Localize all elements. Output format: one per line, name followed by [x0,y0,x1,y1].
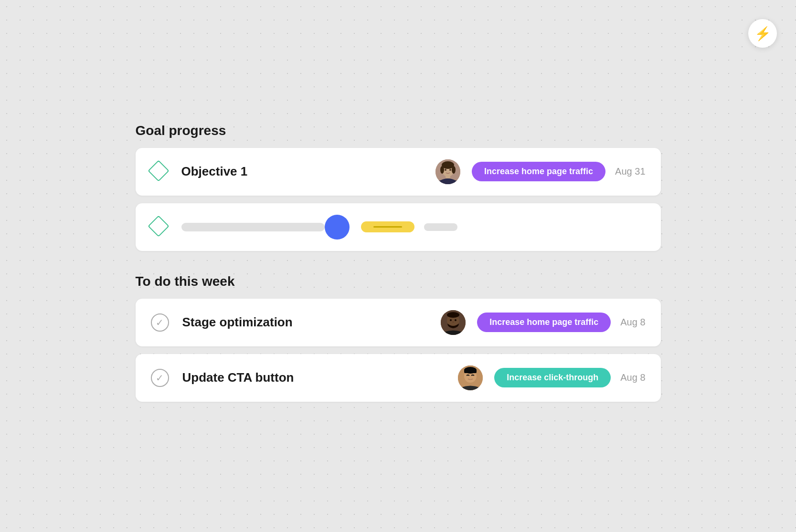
task-2-title: Update CTA button [182,370,458,385]
svg-point-14 [453,322,454,323]
tag-objective-1[interactable]: Increase home page traffic [472,162,605,181]
svg-point-6 [445,169,446,171]
svg-point-13 [455,319,456,321]
objective-2-card[interactable] [136,203,661,251]
tag-task-2[interactable]: Increase click-through [494,368,611,387]
avatar-male-asian [458,365,483,390]
goal-progress-title: Goal progress [136,123,661,138]
svg-point-5 [452,166,456,174]
date-task-1: Aug 8 [620,317,645,328]
objective-1-card[interactable]: Objective 1 [136,148,661,196]
avatar-male-dark [441,310,466,335]
date-task-2: Aug 8 [620,372,645,383]
todo-section: To do this week ✓ Stage optimization [136,274,661,402]
lightning-icon: ⚡ [754,26,771,42]
avatar-female [435,159,460,184]
check-icon-2: ✓ [151,369,169,387]
tag-dash-line [373,226,402,228]
date-objective-1: Aug 31 [615,166,645,177]
checkmark-1: ✓ [156,318,164,327]
task-1-title: Stage optimization [182,315,441,330]
tag-objective-2-skeleton[interactable] [361,221,414,232]
tag-task-1[interactable]: Increase home page traffic [477,313,611,332]
skeleton-date-2 [424,223,457,231]
svg-point-7 [449,169,451,171]
skeleton-title-2 [181,223,325,231]
svg-point-11 [447,312,459,318]
task-1-card[interactable]: ✓ Stage optimization [136,299,661,346]
diamond-icon-2 [151,219,168,236]
todo-title: To do this week [136,274,661,289]
goal-progress-section: Goal progress Objective 1 [136,123,661,251]
lightning-button[interactable]: ⚡ [748,19,777,48]
main-container: Goal progress Objective 1 [136,104,661,428]
svg-rect-18 [464,369,477,373]
checkmark-2: ✓ [156,373,164,383]
svg-point-12 [450,319,452,321]
avatar-blue-circle [325,215,350,240]
objective-1-title: Objective 1 [181,164,436,179]
diamond-icon-1 [151,163,168,180]
svg-point-4 [440,166,444,174]
check-icon-1: ✓ [151,313,169,332]
task-2-card[interactable]: ✓ Update CTA button [136,354,661,402]
